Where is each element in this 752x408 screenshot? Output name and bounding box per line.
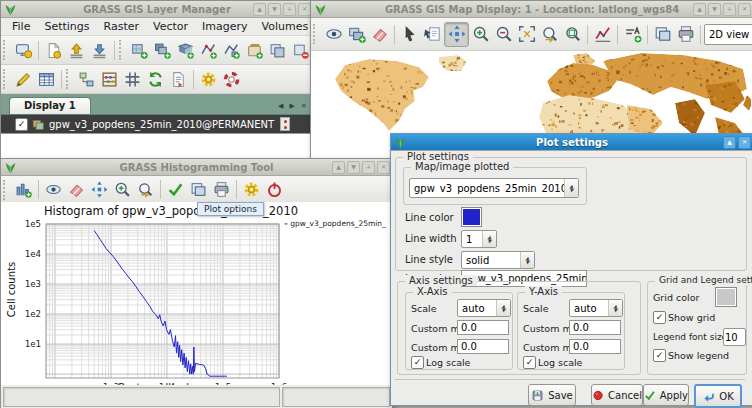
cancel-button[interactable]: Cancel [591, 384, 643, 406]
menu-file[interactable]: File [5, 19, 37, 34]
add-histogram-button[interactable] [12, 178, 35, 201]
layer-manager-titlebar[interactable]: GRASS GIS Layer Manager ▲▼+✕ [1, 1, 313, 18]
open-file-button[interactable] [65, 39, 88, 62]
map-display-titlebar[interactable]: GRASS GIS Map Display: 1 - Location: lat… [311, 1, 752, 18]
georectify-button[interactable] [121, 68, 144, 91]
zoom-in-button[interactable] [469, 23, 492, 46]
shade-icon[interactable]: ▲ [332, 161, 345, 174]
toolbar-drag-handle[interactable] [3, 69, 9, 89]
menu-settings[interactable]: Settings [37, 19, 96, 34]
erase-button[interactable] [368, 23, 391, 46]
erase-button[interactable] [65, 178, 88, 201]
save-button[interactable]: Save [528, 384, 576, 406]
minimize-icon[interactable]: ▼ [268, 3, 281, 16]
histogram-plot-area[interactable]: Histogram of gpw_v3_popdens_25min_2010 1… [1, 202, 392, 408]
close-icon[interactable]: ✕ [377, 161, 390, 174]
add-raster-button[interactable] [128, 39, 151, 62]
copy-layer-button[interactable] [266, 39, 289, 62]
save-image-button[interactable] [187, 178, 210, 201]
save-image-button[interactable] [651, 23, 674, 46]
show-grid-checkbox[interactable]: ✓ [653, 311, 666, 324]
add-vector-misc-button[interactable] [220, 39, 243, 62]
chevron-updown-icon[interactable]: ▲▼ [564, 179, 578, 197]
modeler-button[interactable] [75, 68, 98, 91]
zoom-last-button[interactable] [134, 178, 157, 201]
shade-icon[interactable]: ▲ [693, 3, 706, 16]
apply-button[interactable]: Apply [643, 384, 689, 406]
y-axis-scale-combo[interactable]: auto▲▼ [569, 299, 623, 317]
spinner-arrows-icon[interactable]: ▲▼ [482, 231, 496, 247]
chevron-updown-icon[interactable]: ▲▼ [520, 252, 534, 268]
quit-power-button[interactable] [263, 178, 286, 201]
toolbar-drag-handle[interactable] [66, 69, 72, 89]
line-style-combo[interactable]: solid ▲▼ [461, 251, 535, 269]
help-button[interactable] [220, 68, 243, 91]
menu-raster[interactable]: Raster [97, 19, 146, 34]
map-elements-button[interactable] [621, 23, 644, 46]
save-file-button[interactable] [88, 39, 111, 62]
y-axis-log-scale-checkbox[interactable]: ✓ [523, 356, 536, 369]
settings-gear-button[interactable] [197, 68, 220, 91]
add-raster-3d-button[interactable] [174, 39, 197, 62]
edit-button[interactable] [12, 68, 35, 91]
shade-icon[interactable]: ▲ [253, 3, 266, 16]
maximize-icon[interactable]: + [283, 3, 296, 16]
render-button[interactable] [322, 23, 345, 46]
menu-imagery[interactable]: Imagery [195, 19, 254, 34]
raster-calc-button[interactable] [98, 68, 121, 91]
chevron-updown-icon[interactable]: ▲▼ [608, 300, 622, 316]
tab-nav-buttons[interactable]: ◀ ▶ ✕ [278, 102, 313, 110]
map-plotted-combo[interactable]: gpw_v3_popdens_25min_2010@PERMAN ▲▼ [409, 178, 579, 198]
maximize-icon[interactable]: + [723, 3, 736, 16]
x-axis-log-scale-checkbox[interactable]: ✓ [411, 356, 424, 369]
add-raster-misc-button[interactable] [151, 39, 174, 62]
layer-row[interactable]: ✓ gpw_v3_popdens_25min_2010@PERMANENT [1, 115, 313, 133]
stats-check-button[interactable] [164, 178, 187, 201]
toolbar-drag-handle[interactable] [3, 180, 9, 200]
pan-button[interactable] [444, 22, 469, 47]
histogram-titlebar[interactable]: GRASS Histogramming Tool ▲▼+✕ [1, 159, 392, 176]
render-button[interactable] [42, 178, 65, 201]
pan-button[interactable] [88, 178, 111, 201]
line-width-spinner[interactable]: 1 ▲▼ [461, 230, 497, 248]
analyze-button[interactable] [591, 23, 614, 46]
show-legend-checkbox[interactable]: ✓ [653, 349, 666, 362]
zoom-region-button[interactable] [561, 23, 584, 46]
zoom-extent-button[interactable] [515, 23, 538, 46]
new-display-button[interactable] [12, 39, 35, 62]
x-axis-max-input[interactable]: 0.0 [457, 339, 509, 354]
close-icon[interactable]: ✕ [738, 136, 751, 149]
pointer-button[interactable] [398, 23, 421, 46]
chevron-updown-icon[interactable]: ▲▼ [496, 300, 510, 316]
print-button[interactable] [674, 23, 697, 46]
zoom-in-button[interactable] [111, 178, 134, 201]
file-new-button[interactable] [42, 39, 65, 62]
toolbar-drag-handle[interactable] [119, 40, 125, 60]
menu-vector[interactable]: Vector [146, 19, 195, 34]
print-button[interactable] [210, 178, 233, 201]
y-axis-min-input[interactable]: 0.0 [569, 320, 621, 335]
toolbar-drag-handle[interactable] [313, 24, 319, 44]
close-icon[interactable]: ✕ [738, 3, 751, 16]
ok-button[interactable]: OK [694, 384, 742, 408]
view-mode-combo[interactable]: 2D view▼ [704, 24, 752, 45]
minimize-icon[interactable]: ▼ [347, 161, 360, 174]
minimize-icon[interactable]: ▼ [708, 3, 721, 16]
menu-volumes[interactable]: Volumes [255, 19, 316, 34]
query-button[interactable] [421, 23, 444, 46]
toolbar-drag-handle[interactable] [3, 40, 9, 60]
shade-icon[interactable]: ▲ [723, 136, 736, 149]
line-color-swatch[interactable] [461, 207, 482, 227]
layer-checkbox[interactable]: ✓ [15, 118, 28, 131]
tab-display-1[interactable]: Display 1 [9, 97, 91, 114]
plot-settings-titlebar[interactable]: Plot settings ▲✕ [391, 134, 752, 151]
zoom-out-button[interactable] [492, 23, 515, 46]
x-axis-min-input[interactable]: 0.0 [457, 320, 509, 335]
maximize-icon[interactable]: + [362, 161, 375, 174]
y-axis-max-input[interactable]: 0.0 [569, 339, 621, 354]
layer-handle[interactable] [280, 117, 290, 131]
add-group-button[interactable] [243, 39, 266, 62]
remove-layer-button[interactable] [289, 39, 312, 62]
x-axis-scale-combo[interactable]: auto▲▼ [457, 299, 511, 317]
zoom-last-button[interactable] [538, 23, 561, 46]
